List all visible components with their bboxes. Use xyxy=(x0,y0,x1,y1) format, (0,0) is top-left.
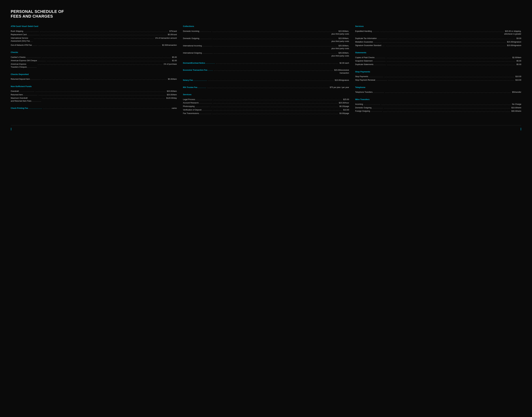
column-1: CollectionsDomestic Incoming . . . . . .… xyxy=(183,25,349,119)
fee-row: Incoming . . . . . . . . . . . . . . . .… xyxy=(355,103,521,106)
fee-value: $25.00 xyxy=(343,98,349,101)
fee-value: $5.00/card xyxy=(168,33,177,36)
column-0: ATM Card/ Visa® Debit CardRush Shipping.… xyxy=(11,25,177,114)
fee-label: Domestic Outgoing. . . . . . . . . . . . xyxy=(183,37,212,40)
fee-row: Out-of-Network ATM Fee . . . . .$2.00/tr… xyxy=(11,44,177,47)
section-services-right: ServicesExpedited Handling . . . . . . .… xyxy=(355,25,521,47)
main-content: ATM Card/ Visa® Debit CardRush Shipping.… xyxy=(11,25,521,119)
fee-row: Overdraft. . . . . . . . . . . . . . .$2… xyxy=(11,90,177,93)
fee-row-twoline: Maximum Overdraftand Returned Item Fees … xyxy=(11,97,177,103)
fee-value: $20.00 or shipping, xyxy=(505,30,521,33)
fee-value: $5.00/item xyxy=(168,78,177,81)
fee-value: $20.00/item xyxy=(167,93,177,96)
fee-value: $15.00/item, xyxy=(339,37,349,40)
fee-value: $15.00/excessive xyxy=(334,69,349,72)
fee-row: Stop Payments . . . . . . . . . . . . . … xyxy=(355,75,521,78)
section-ira: IRA Trustee Fee . . . . . . . .$75 per p… xyxy=(183,86,349,89)
fee-value: $5.00 xyxy=(172,56,177,59)
fee-label: Medallion Guarantee . . . . . . . . xyxy=(355,41,382,43)
fee-row: IRA Trustee Fee . . . . . . . .$75 per p… xyxy=(183,86,349,89)
page-title: PERSONAL SCHEDULE OF FEES AND CHARGES xyxy=(11,9,521,19)
fee-value-continuation: whichever is greater xyxy=(355,33,521,35)
section-checks: ChecksCashier's Checks . . . . . . . . .… xyxy=(11,51,177,68)
fee-label: Expedited Handling . . . . . . . xyxy=(355,30,379,33)
fee-label: Duplicate Statements. . . . . . . . . . … xyxy=(355,63,386,66)
fee-value: No Charge xyxy=(512,103,521,106)
fee-label: Notary Fee . . . . . . . . . . . . . xyxy=(183,79,207,82)
fee-row: Check Printing Fee . . . . . . . . . . .… xyxy=(11,107,177,110)
fee-value: $10.00 xyxy=(515,75,521,78)
fee-value: $75/card xyxy=(169,30,177,33)
fee-row: Fax Transmissions. . . . . . . . . . . .… xyxy=(183,112,349,115)
fee-label: Cashier's Checks . . . . . . . . . . . .… xyxy=(11,56,40,59)
fee-row: Stop Payment Renewal . . . . . . . . . .… xyxy=(355,79,521,82)
fee-value: $10.00/signature xyxy=(507,44,521,47)
fee-row: Telephone Transfers. . . . . . . . . . .… xyxy=(355,91,521,94)
fee-row: Duplicate Statements. . . . . . . . . . … xyxy=(355,63,521,66)
fee-row: Domestic Outgoing. . . . . . . . . . .$1… xyxy=(355,106,521,109)
fee-value: $75 per plan / per year xyxy=(330,86,349,89)
fee-value: .varies xyxy=(171,107,177,110)
fee-value: $5.00 xyxy=(517,60,521,63)
fee-label-line: and Returned Item Fees . . . . . . . . . xyxy=(11,100,41,103)
section-notary: Notary Fee . . . . . . . . . . . . .$10.… xyxy=(183,79,349,82)
fee-label: Signature Guarantee Standard . . . xyxy=(355,44,384,47)
section-telephone: TelephoneTelephone Transfers. . . . . . … xyxy=(355,86,521,94)
fee-label: Telephone Transfers. . . . . . . . . . . xyxy=(355,91,384,94)
fee-label: Overdraft. . . . . . . . . . . . . . . xyxy=(11,90,34,93)
fee-label: Returned Item. . . . . . . . . . . . . . xyxy=(11,93,37,96)
fee-label: Stop Payments . . . . . . . . . . . . . … xyxy=(355,75,383,78)
fee-row: Returned Item. . . . . . . . . . . . . .… xyxy=(11,93,177,96)
fee-value-continuation: plus third party costs xyxy=(183,54,349,57)
bottom-bar: | | xyxy=(11,125,521,131)
fee-label: International Incoming . . . . . . . . .… xyxy=(183,44,212,47)
section-statements: StatementsCopies of Paid Checks . . . . … xyxy=(355,51,521,66)
fee-label: International Outgoing . . . . . . . . .… xyxy=(183,52,212,54)
fee-row: Replacement Card . . . . . . . . . . . .… xyxy=(11,33,177,36)
fee-label: Dormant/Escheat Notice . . . . . . . . . xyxy=(183,62,215,65)
fee-value: $15.00/signature xyxy=(507,41,521,43)
fee-value: $0.20/page xyxy=(340,105,349,108)
fee-label: Domestic Incoming . . . . . . . . . . . xyxy=(183,30,211,33)
fee-row-twoline: International ServiceAssessment (ISA) Fe… xyxy=(11,37,177,42)
fee-label-line: International Service xyxy=(11,37,32,40)
section-title-checks-deposited: Checks Deposited xyxy=(11,73,177,76)
fee-value: $2.00 each xyxy=(340,62,349,65)
section-title-checks: Checks xyxy=(11,51,177,54)
fee-label: Incoming . . . . . . . . . . . . . . . . xyxy=(355,103,380,106)
fee-row-twoline: American ExpressTravelers Cheques . . . … xyxy=(11,63,177,69)
fee-label: Snapshot Statement . . . . . . . . . . .… xyxy=(355,60,385,63)
fee-label: Rush Shipping. . . . . . . . . . . . . .… xyxy=(11,30,39,33)
column-2: ServicesExpedited Handling . . . . . . .… xyxy=(355,25,521,117)
fee-value: $25.00/item, xyxy=(339,52,349,54)
fee-value: $3.00/page xyxy=(340,112,349,115)
fee-label: Stop Payment Renewal . . . . . . . . . .… xyxy=(355,79,387,82)
fee-value: $3.00 xyxy=(517,37,521,40)
fee-label: Photocopying . . . . . . . . . . . . . . xyxy=(183,105,209,108)
fee-label: Check Printing Fee . . . . . . . . . . .… xyxy=(11,107,42,110)
fee-label: American Express Gift Cheque . . . . . .… xyxy=(11,59,45,62)
fee-label-line: Travelers Cheques . . . . . . . . . xyxy=(11,66,36,69)
section-dormant: Dormant/Escheat Notice . . . . . . . . .… xyxy=(183,62,349,65)
fee-row: Photocopying . . . . . . . . . . . . . .… xyxy=(183,105,349,108)
section-services-mid: ServicesLegal Process . . . . . . . . . … xyxy=(183,93,349,115)
fee-row: Dormant/Escheat Notice . . . . . . . . .… xyxy=(183,62,349,65)
fee-row: Returned Deposit Item . . . . . . . . . … xyxy=(11,78,177,81)
fee-row: Verification of Deposit . . . . . . . . … xyxy=(183,108,349,111)
fee-value: $2.00/transaction xyxy=(162,44,177,47)
fee-row: Copies of Paid Checks . . . . . . . . . … xyxy=(355,56,521,59)
fee-row: Duplicate Tax Information . . . . . . . … xyxy=(355,37,521,40)
fee-value-continuation: transaction xyxy=(183,72,349,74)
fee-label: Returned Deposit Item . . . . . . . . . … xyxy=(11,78,41,81)
fee-value: $30.00/wire xyxy=(511,110,521,113)
fee-label-line: American Express xyxy=(11,63,36,66)
section-collections: CollectionsDomestic Incoming . . . . . .… xyxy=(183,25,349,57)
fee-value: $10.00 xyxy=(515,79,521,82)
fee-value: $2.00 xyxy=(172,59,177,62)
section-excessive: Excessive Transaction Fee . . . . .$15.0… xyxy=(183,69,349,74)
fee-label: Account Research. . . . . . . . . . . . … xyxy=(183,102,212,104)
fee-label: Duplicate Tax Information . . . . . . . … xyxy=(355,37,387,40)
fee-value: $10.00/wire xyxy=(511,106,521,109)
fee-value-continuation: plus third party costs xyxy=(183,47,349,50)
section-title-collections: Collections xyxy=(183,25,349,28)
